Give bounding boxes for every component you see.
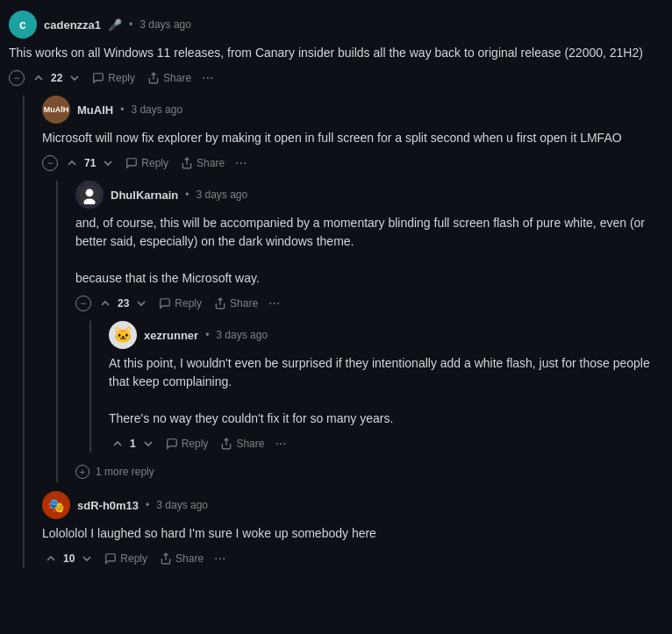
comment-body-sdr: Lolololol I laughed so hard I'm sure I w…: [42, 524, 663, 543]
action-bar-sdr: 10 Reply Share ···: [42, 550, 663, 567]
timestamp-cadenzza1: 3 days ago: [139, 18, 191, 31]
thread-indent-xez: 🐱 xezrunner • 3 days ago At this point, …: [89, 321, 663, 452]
comment-header-sdr: 🎭 sdR-h0m13 • 3 days ago: [42, 491, 663, 519]
vote-count-dhul: 23: [118, 297, 129, 310]
action-bar-dhul: − 23: [75, 295, 663, 312]
timestamp-dhul: 3 days ago: [197, 189, 248, 201]
share-label-xez: Share: [236, 438, 264, 450]
vote-section-dhul: 23: [97, 295, 150, 312]
vote-section-xez: 1: [109, 435, 157, 452]
reply-label-xez: Reply: [182, 438, 209, 450]
avatar-muaih: MuAlH: [42, 96, 70, 124]
timestamp-sdr: 3 days ago: [156, 499, 208, 511]
reply-button-muaih[interactable]: Reply: [122, 155, 172, 171]
avatar-sdrh0m13: 🎭: [42, 491, 70, 519]
more-options-muaih[interactable]: ···: [233, 155, 248, 171]
comment-body-xez: At this point, I wouldn't even be surpri…: [109, 354, 663, 428]
avatar-dhulkarnain: [75, 181, 104, 209]
comment-sdrh0m13: 🎭 sdR-h0m13 • 3 days ago Lolololol I lau…: [42, 491, 663, 567]
action-bar-xez: 1 Reply: [109, 435, 663, 452]
reply-button-xez[interactable]: Reply: [162, 436, 212, 452]
upvote-button-sdr[interactable]: [42, 550, 60, 567]
collapse-button[interactable]: −: [9, 70, 25, 86]
comment-header-dhul: DhulKarnain • 3 days ago: [75, 181, 663, 209]
comment-muaih: MuAlH MuAlH • 3 days ago Microsoft will …: [42, 96, 663, 482]
vote-count-muaih: 71: [84, 157, 96, 169]
reply-button-sdr[interactable]: Reply: [101, 551, 151, 566]
comment-header: c cadenzza1 🎤 • 3 days ago: [9, 11, 663, 39]
share-button-xez[interactable]: Share: [217, 436, 268, 452]
upvote-button-dhul[interactable]: [97, 295, 114, 312]
username-xez: xezrunner: [144, 329, 198, 342]
downvote-button-sdr[interactable]: [78, 550, 96, 567]
comment-cadenzza1: c cadenzza1 🎤 • 3 days ago This works on…: [9, 11, 663, 567]
timestamp-muaih: 3 days ago: [131, 103, 182, 116]
collapse-button-muaih[interactable]: −: [42, 155, 58, 171]
share-label-dhul: Share: [230, 297, 258, 310]
username-muaih: MuAlH: [77, 103, 113, 117]
share-button-sdr[interactable]: Share: [156, 551, 207, 566]
vote-section-sdr: 10: [42, 550, 96, 567]
downvote-button-muaih[interactable]: [99, 154, 117, 172]
comment-xezrunner: 🐱 xezrunner • 3 days ago At this point, …: [109, 321, 663, 452]
thread-indent-dhul: DhulKarnain • 3 days ago and, of course,…: [56, 181, 663, 482]
comment-body-muaih: Microsoft will now fix explorer by makin…: [42, 129, 663, 147]
vote-count-xez: 1: [130, 438, 136, 450]
reply-button-dhul[interactable]: Reply: [155, 296, 205, 311]
share-label: Share: [163, 72, 191, 84]
timestamp-xez: 3 days ago: [216, 329, 268, 341]
collapse-button-dhul[interactable]: −: [75, 296, 91, 311]
share-button[interactable]: Share: [144, 70, 195, 86]
action-bar-cadenzza1: − 22 Reply Share ···: [9, 69, 663, 87]
avatar-xezrunner: 🐱: [109, 321, 137, 349]
downvote-button-xez[interactable]: [139, 435, 157, 452]
comments-container: c cadenzza1 🎤 • 3 days ago This works on…: [0, 0, 672, 587]
vote-count-sdr: 10: [63, 552, 75, 565]
share-button-dhul[interactable]: Share: [211, 296, 261, 311]
username-sdr: sdR-h0m13: [77, 499, 139, 512]
plus-circle-icon: +: [75, 465, 89, 479]
reply-label: Reply: [108, 72, 135, 84]
username-dhulkarnain: DhulKarnain: [111, 189, 178, 202]
share-label-sdr: Share: [175, 552, 204, 565]
avatar-cadenzza1: c: [9, 11, 37, 39]
thread-indent-muaih: MuAlH MuAlH • 3 days ago Microsoft will …: [23, 96, 663, 567]
more-options-dhul[interactable]: ···: [267, 296, 282, 311]
vote-section-muaih: 71: [63, 154, 117, 172]
comment-header-muaih: MuAlH MuAlH • 3 days ago: [42, 96, 663, 124]
comment-body-dhul: and, of course, this will be accompanied…: [75, 214, 663, 288]
downvote-button[interactable]: [66, 69, 83, 87]
more-options-sdr[interactable]: ···: [212, 551, 227, 566]
svg-point-3: [86, 189, 94, 196]
more-options-xez[interactable]: ···: [273, 436, 288, 452]
flair-icon: 🎤: [108, 18, 122, 32]
comment-dhulkarnain: DhulKarnain • 3 days ago and, of course,…: [75, 181, 663, 482]
upvote-button[interactable]: [30, 69, 47, 87]
share-label-muaih: Share: [197, 157, 225, 169]
comment-body-cadenzza1: This works on all Windows 11 releases, f…: [9, 44, 663, 62]
vote-section: 22: [30, 69, 83, 87]
action-bar-muaih: − 71 Reply: [42, 154, 663, 172]
reply-button[interactable]: Reply: [89, 70, 139, 86]
more-options-button[interactable]: ···: [200, 70, 215, 86]
reply-label-sdr: Reply: [120, 552, 147, 565]
share-button-muaih[interactable]: Share: [177, 155, 228, 171]
comment-header-xez: 🐱 xezrunner • 3 days ago: [109, 321, 663, 349]
reply-label-dhul: Reply: [175, 297, 202, 310]
vote-count: 22: [51, 72, 62, 84]
username-cadenzza1: cadenzza1: [44, 18, 101, 32]
upvote-button-muaih[interactable]: [63, 154, 81, 172]
upvote-button-xez[interactable]: [109, 435, 126, 452]
reply-label-muaih: Reply: [141, 157, 168, 169]
more-replies-button[interactable]: + 1 more reply: [75, 461, 663, 482]
downvote-button-dhul[interactable]: [132, 295, 150, 312]
